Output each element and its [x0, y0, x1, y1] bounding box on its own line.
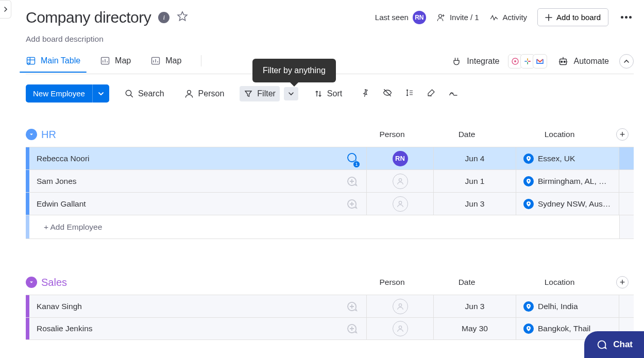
cell-person[interactable]	[366, 170, 433, 192]
expand-sidebar-handle[interactable]	[0, 0, 11, 19]
integration-icons[interactable]	[510, 54, 547, 69]
svg-point-2	[28, 63, 29, 64]
cell-name[interactable]: Rebecca Noori	[29, 147, 337, 169]
table-row[interactable]: Rebecca Noori 1 RN Jun 4 Essex, UK	[26, 147, 634, 169]
chat-icon[interactable]	[337, 193, 366, 215]
color-icon[interactable]	[427, 88, 436, 99]
cell-date[interactable]: Jun 1	[433, 170, 516, 192]
svg-point-16	[528, 157, 530, 159]
cell-date[interactable]: Jun 4	[433, 147, 516, 169]
avatar: RN	[413, 11, 426, 24]
svg-point-17	[399, 178, 401, 181]
cell-date[interactable]: Jun 3	[433, 295, 516, 317]
svg-point-13	[564, 61, 565, 63]
svg-point-23	[399, 326, 401, 329]
star-icon[interactable]	[177, 11, 188, 24]
avatar: RN	[393, 151, 408, 166]
info-icon[interactable]: i	[158, 12, 170, 23]
board-title[interactable]: Company directory	[26, 9, 151, 26]
filter-dropdown[interactable]	[284, 87, 298, 100]
more-menu[interactable]	[619, 16, 634, 19]
cell-location[interactable]: Delhi, India	[516, 295, 619, 317]
column-header-date[interactable]: Date	[426, 130, 508, 139]
new-employee-button[interactable]: New Employee	[26, 84, 92, 103]
svg-point-20	[528, 202, 530, 204]
group-collapse-toggle[interactable]	[26, 277, 37, 288]
group-collapse-toggle[interactable]	[26, 129, 37, 140]
svg-point-12	[561, 61, 562, 63]
tab-map-1[interactable]: Map	[100, 56, 131, 72]
add-to-board-button[interactable]: Add to board	[537, 8, 608, 26]
pin-icon[interactable]	[361, 88, 370, 99]
location-pin-icon	[523, 154, 534, 164]
cell-person[interactable]	[366, 193, 433, 215]
tab-map-2[interactable]: Map	[150, 56, 181, 72]
column-header-location[interactable]: Location	[508, 130, 611, 139]
tab-main-table[interactable]: Main Table	[26, 56, 80, 72]
cell-location[interactable]: Sydney NSW, Austral…	[516, 193, 619, 215]
table-row[interactable]: Sam Jones Jun 1 Birmingham, AL, USA	[26, 169, 634, 192]
table-row[interactable]: Kanav Singh Jun 3 Delhi, India	[26, 295, 634, 317]
board-description[interactable]: Add board description	[26, 35, 634, 44]
chat-icon[interactable]	[337, 170, 366, 192]
hide-icon[interactable]	[382, 88, 393, 100]
new-employee-dropdown[interactable]	[92, 84, 109, 103]
cell-person[interactable]: RN	[366, 147, 433, 169]
group-title[interactable]: Sales	[41, 277, 359, 288]
column-header-location[interactable]: Location	[508, 278, 611, 287]
group-title[interactable]: HR	[41, 129, 359, 141]
location-pin-icon	[523, 199, 534, 209]
person-empty-icon	[393, 196, 408, 212]
table-row[interactable]: Edwin Gallant Jun 3 Sydney NSW, Austral…	[26, 192, 634, 215]
person-empty-icon	[393, 321, 408, 336]
person-empty-icon	[393, 299, 408, 314]
cell-person[interactable]	[366, 295, 433, 317]
cell-person[interactable]	[366, 318, 433, 339]
last-seen[interactable]: Last seen RN	[375, 11, 426, 24]
chat-icon[interactable]	[337, 318, 366, 339]
svg-point-19	[399, 201, 401, 203]
svg-rect-9	[524, 61, 527, 62]
search-button[interactable]: Search	[121, 86, 168, 101]
column-header-person[interactable]: Person	[359, 278, 426, 287]
add-column-button[interactable]: +	[616, 128, 629, 141]
invite-button[interactable]: Invite / 1	[436, 13, 479, 22]
cell-name[interactable]: Rosalie Jenkins	[29, 318, 337, 339]
board-header: Company directory i Last seen RN Invite …	[26, 0, 634, 26]
collapse-header-button[interactable]	[619, 54, 634, 69]
cell-name[interactable]: Edwin Gallant	[29, 193, 337, 215]
automate-button[interactable]: Automate	[557, 56, 609, 67]
svg-point-6	[514, 60, 516, 62]
column-header-person[interactable]: Person	[359, 130, 426, 139]
svg-rect-8	[527, 62, 528, 64]
location-pin-icon	[523, 301, 534, 312]
sort-button[interactable]: Sort	[310, 86, 346, 101]
chat-bubble-icon	[596, 338, 608, 351]
cell-name[interactable]: Kanav Singh	[29, 295, 337, 317]
filter-button[interactable]: Filter	[240, 86, 280, 101]
group-hr: HR Person Date Location + Rebecca Noori …	[26, 128, 634, 239]
cell-location[interactable]: Essex, UK	[516, 147, 619, 169]
cell-date[interactable]: May 30	[433, 318, 516, 339]
filter-tooltip: Filter by anything	[252, 59, 336, 82]
add-column-button[interactable]: +	[616, 276, 629, 288]
table-row[interactable]: Rosalie Jenkins May 30 Bangkok, Thail	[26, 317, 634, 340]
cell-location[interactable]: Birmingham, AL, USA	[516, 170, 619, 192]
height-icon[interactable]	[405, 88, 414, 99]
support-chat-widget[interactable]: Chat	[584, 331, 644, 358]
integrate-button[interactable]: Integrate	[451, 56, 499, 66]
svg-point-18	[528, 180, 530, 181]
column-header-date[interactable]: Date	[426, 278, 508, 287]
cell-date[interactable]: Jun 3	[433, 193, 516, 215]
person-filter-button[interactable]: Person	[180, 86, 229, 102]
svg-point-0	[438, 14, 442, 18]
svg-rect-10	[528, 61, 531, 62]
cell-name[interactable]: Sam Jones	[29, 170, 337, 192]
svg-point-14	[126, 90, 131, 96]
add-employee-row[interactable]: + Add Employee	[26, 215, 634, 239]
activity-button[interactable]: Activity	[489, 13, 528, 22]
chat-icon[interactable]: 1	[337, 147, 366, 169]
chat-icon[interactable]	[337, 295, 366, 317]
svg-point-21	[399, 303, 401, 306]
format-icon[interactable]	[448, 88, 459, 100]
